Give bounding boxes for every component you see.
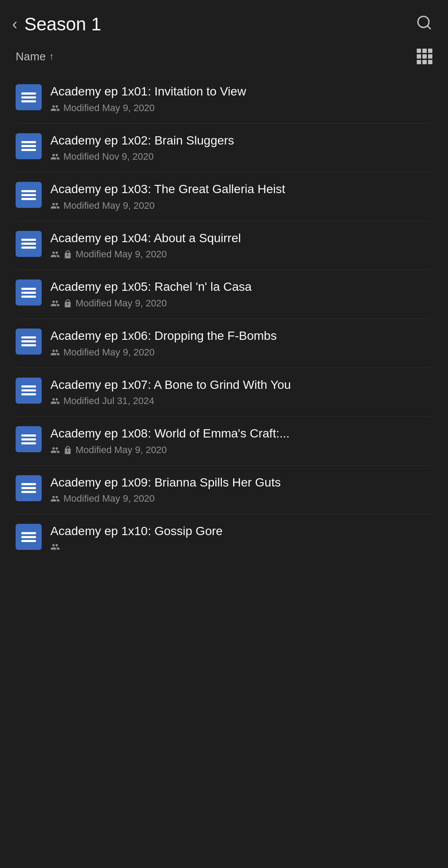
file-list: Academy ep 1x01: Invitation to ViewModif… [0,75,448,561]
lock-icon [63,299,72,308]
item-meta: Modified May 9, 2020 [50,493,432,504]
item-modified: Modified May 9, 2020 [76,444,167,456]
item-modified: Modified May 9, 2020 [63,200,155,211]
item-title: Academy ep 1x07: A Bone to Grind With Yo… [50,378,432,392]
sort-name-button[interactable]: Name ↑ [16,50,54,63]
file-icon [16,378,42,404]
item-modified: Modified May 9, 2020 [63,347,155,358]
item-info: Academy ep 1x01: Invitation to ViewModif… [50,84,432,114]
item-info: Academy ep 1x08: World of Emma's Craft:.… [50,426,432,456]
svg-line-1 [427,26,430,29]
item-meta: Modified May 9, 2020 [50,298,432,309]
shared-icon [50,103,60,113]
item-modified: Modified Jul 31, 2024 [63,395,154,407]
item-info: Academy ep 1x04: About a SquirrelModifie… [50,231,432,260]
item-meta [50,542,432,552]
grid-dots-icon [417,49,432,64]
item-info: Academy ep 1x09: Brianna Spills Her Guts… [50,475,432,505]
list-item[interactable]: Academy ep 1x03: The Great Galleria Heis… [9,172,439,221]
item-title: Academy ep 1x02: Brain Sluggers [50,133,432,148]
shared-icon [50,542,60,552]
list-item[interactable]: Academy ep 1x05: Rachel 'n' la CasaModif… [9,270,439,319]
item-title: Academy ep 1x01: Invitation to View [50,84,432,99]
file-icon [16,84,42,110]
shared-icon [50,250,60,259]
back-button[interactable]: ‹ [12,16,17,32]
lock-icon [63,250,72,259]
shared-icon [50,494,60,503]
page-title: Season 1 [24,14,101,35]
shared-icon [50,152,60,161]
header-left: ‹ Season 1 [12,14,101,35]
item-modified: Modified May 9, 2020 [63,102,155,114]
file-icon [16,426,42,452]
item-title: Academy ep 1x08: World of Emma's Craft:.… [50,426,432,441]
shared-icon [50,299,60,308]
list-item[interactable]: Academy ep 1x01: Invitation to ViewModif… [9,75,439,123]
item-title: Academy ep 1x09: Brianna Spills Her Guts [50,475,432,490]
lock-icon [63,446,72,454]
item-info: Academy ep 1x02: Brain SluggersModified … [50,133,432,163]
shared-icon [50,201,60,210]
item-meta: Modified May 9, 2020 [50,102,432,114]
item-modified: Modified Nov 9, 2020 [63,151,154,162]
item-meta: Modified May 9, 2020 [50,347,432,358]
item-modified: Modified May 9, 2020 [76,249,167,260]
list-item[interactable]: Academy ep 1x08: World of Emma's Craft:.… [9,417,439,465]
file-icon [16,231,42,257]
shared-icon [50,396,60,406]
list-item[interactable]: Academy ep 1x09: Brianna Spills Her Guts… [9,466,439,514]
list-item[interactable]: Academy ep 1x02: Brain SluggersModified … [9,124,439,172]
file-icon [16,133,42,159]
list-item[interactable]: Academy ep 1x04: About a SquirrelModifie… [9,221,439,270]
file-icon [16,524,42,550]
header: ‹ Season 1 [0,0,448,45]
grid-view-button[interactable] [417,49,432,64]
file-icon [16,475,42,501]
file-icon [16,329,42,355]
item-modified: Modified May 9, 2020 [63,493,155,504]
item-meta: Modified May 9, 2020 [50,249,432,260]
list-item[interactable]: Academy ep 1x10: Gossip Gore [9,514,439,561]
file-icon [16,182,42,208]
shared-icon [50,348,60,357]
item-meta: Modified Nov 9, 2020 [50,151,432,162]
item-meta: Modified Jul 31, 2024 [50,395,432,407]
list-item[interactable]: Academy ep 1x06: Dropping the F-BombsMod… [9,319,439,368]
item-modified: Modified May 9, 2020 [76,298,167,309]
sort-label-text: Name [16,50,46,63]
item-meta: Modified May 9, 2020 [50,200,432,211]
item-title: Academy ep 1x04: About a Squirrel [50,231,432,246]
file-icon [16,279,42,306]
sort-arrow-icon: ↑ [49,51,54,62]
item-meta: Modified May 9, 2020 [50,444,432,456]
search-button[interactable] [416,14,432,35]
list-item[interactable]: Academy ep 1x07: A Bone to Grind With Yo… [9,368,439,417]
item-title: Academy ep 1x10: Gossip Gore [50,524,432,539]
item-title: Academy ep 1x03: The Great Galleria Heis… [50,182,432,197]
shared-icon [50,445,60,455]
item-title: Academy ep 1x06: Dropping the F-Bombs [50,329,432,343]
item-info: Academy ep 1x05: Rachel 'n' la CasaModif… [50,279,432,309]
item-info: Academy ep 1x07: A Bone to Grind With Yo… [50,378,432,407]
sort-bar: Name ↑ [0,45,448,75]
item-info: Academy ep 1x10: Gossip Gore [50,524,432,552]
item-info: Academy ep 1x06: Dropping the F-BombsMod… [50,329,432,358]
item-info: Academy ep 1x03: The Great Galleria Heis… [50,182,432,211]
item-title: Academy ep 1x05: Rachel 'n' la Casa [50,279,432,294]
